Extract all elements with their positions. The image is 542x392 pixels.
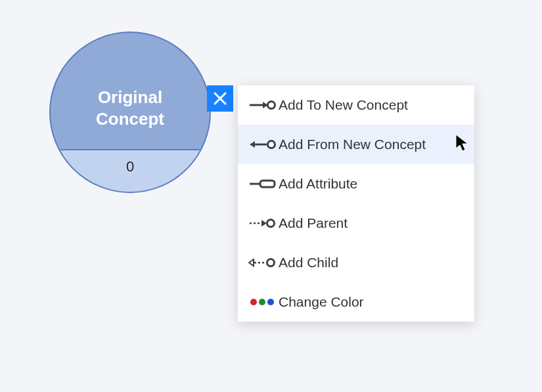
context-menu: Add To New Concept Add From New Concept … [238,85,474,322]
svg-marker-11 [261,220,267,227]
menu-item-add-to-new-concept[interactable]: Add To New Concept [238,85,474,125]
concept-title: Original Concept [51,87,210,129]
menu-item-add-parent[interactable]: Add Parent [238,204,474,243]
menu-item-label: Change Color [279,294,364,310]
menu-item-label: Add Attribute [279,176,357,192]
svg-marker-13 [249,259,254,266]
menu-item-add-child[interactable]: Add Child [238,243,474,282]
attribute-icon [248,177,279,190]
menu-item-add-attribute[interactable]: Add Attribute [238,164,474,204]
svg-marker-5 [250,141,255,148]
concept-count: 0 [51,158,210,175]
menu-item-add-from-new-concept[interactable]: Add From New Concept [238,125,474,164]
close-button[interactable] [207,85,233,112]
svg-point-15 [267,259,275,267]
svg-point-4 [268,102,275,109]
add-child-icon [248,256,279,269]
color-dots-icon [248,295,279,309]
concept-lower-section: 0 [51,149,210,192]
menu-item-label: Add Child [279,255,338,271]
menu-item-label: Add Parent [279,215,348,231]
menu-item-label: Add To New Concept [279,97,408,113]
arrow-left-from-circle-icon [248,138,279,151]
svg-rect-9 [260,181,275,187]
svg-point-17 [259,299,265,305]
concept-node[interactable]: Original Concept 0 [49,32,211,193]
close-icon [213,91,227,106]
menu-item-label: Add From New Concept [279,137,426,152]
concept-title-line2: Concept [96,109,164,129]
svg-point-18 [267,299,274,305]
svg-point-7 [268,141,275,148]
menu-item-change-color[interactable]: Change Color [238,282,474,322]
add-parent-icon [248,217,279,230]
arrow-right-to-circle-icon [248,98,279,112]
svg-point-16 [250,299,257,305]
svg-point-12 [267,220,275,227]
concept-title-line1: Original [98,87,162,107]
